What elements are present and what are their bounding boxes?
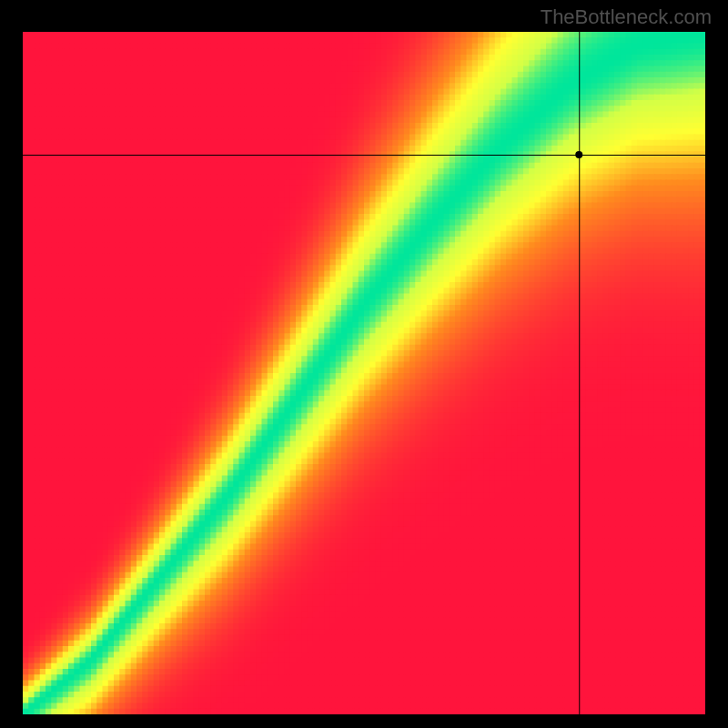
heatmap-canvas <box>23 32 705 714</box>
watermark-text: TheBottleneck.com <box>541 5 712 29</box>
heatmap-plot <box>23 32 705 714</box>
